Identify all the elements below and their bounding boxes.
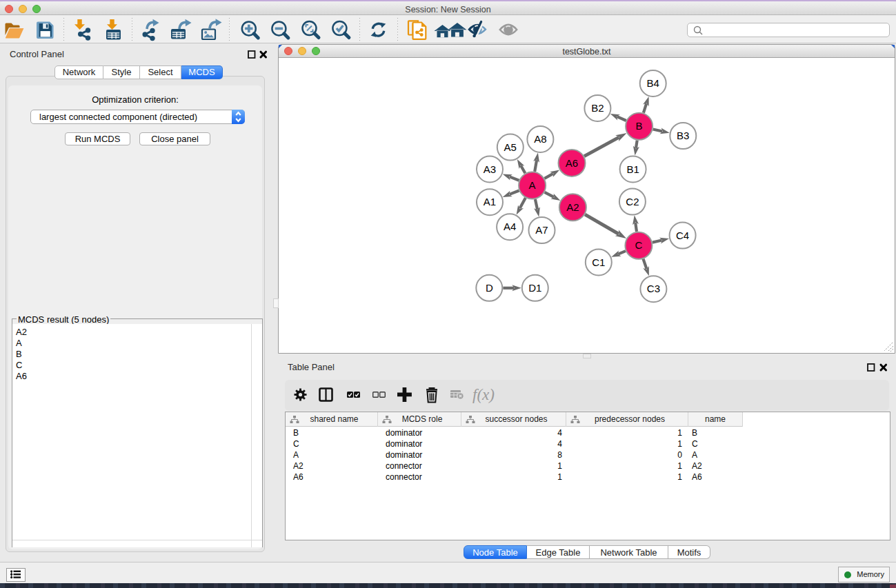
svg-text:C1: C1 — [592, 256, 605, 268]
svg-text:B: B — [636, 120, 643, 132]
svg-text:A6: A6 — [566, 157, 578, 169]
svg-text:B2: B2 — [591, 102, 604, 114]
svg-text:B1: B1 — [626, 163, 639, 175]
svg-text:A7: A7 — [535, 224, 548, 236]
svg-text:C4: C4 — [676, 230, 689, 241]
svg-text:A4: A4 — [504, 221, 516, 232]
svg-text:A5: A5 — [504, 141, 517, 153]
svg-text:A2: A2 — [566, 201, 579, 213]
svg-text:C3: C3 — [647, 283, 660, 294]
svg-text:A: A — [529, 179, 536, 191]
svg-text:A1: A1 — [484, 196, 496, 207]
svg-text:C: C — [635, 239, 642, 251]
svg-text:A8: A8 — [534, 133, 546, 145]
svg-text:A3: A3 — [484, 163, 496, 175]
svg-text:f(x): f(x) — [472, 386, 495, 403]
svg-text:B4: B4 — [647, 77, 659, 89]
svg-text:D: D — [486, 282, 493, 294]
svg-text:B3: B3 — [677, 130, 689, 141]
svg-text:D1: D1 — [528, 282, 541, 294]
svg-text:C2: C2 — [626, 196, 639, 207]
